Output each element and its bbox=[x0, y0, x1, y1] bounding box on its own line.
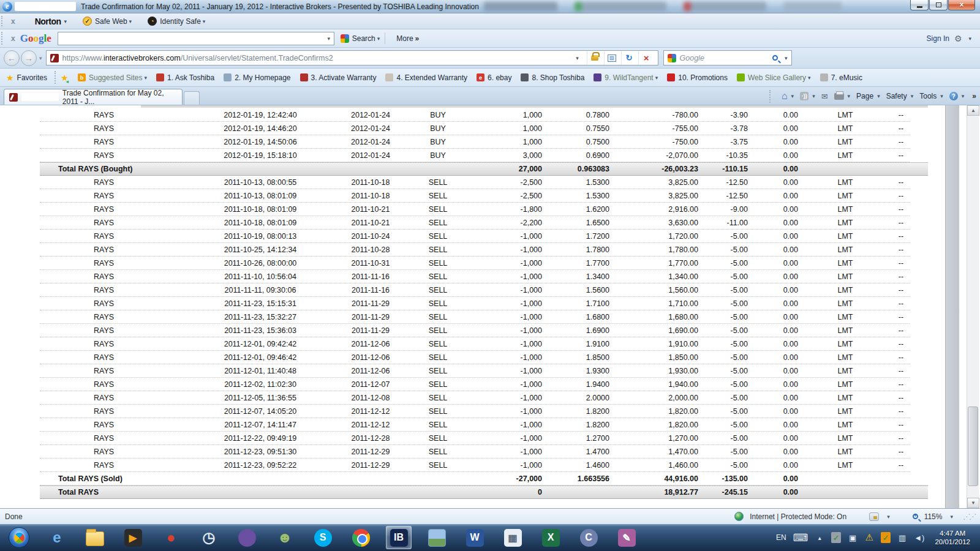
pushpin-button[interactable]: ● bbox=[158, 526, 184, 549]
favorite-activate-warranty[interactable]: 3. Activate Warranty bbox=[300, 73, 377, 82]
clock-app-button[interactable]: ◷ bbox=[196, 526, 222, 549]
favorites-button[interactable]: ★ Favorites bbox=[2, 73, 53, 83]
back-button[interactable]: ← bbox=[4, 50, 20, 66]
total-rays-row[interactable]: Total RAYS018,912.77-245.150.00 bbox=[40, 485, 928, 499]
table-row[interactable]: RAYS2011-10-18, 08:01:092011-10-21SELL-1… bbox=[40, 203, 910, 216]
read-mail-button[interactable]: ✉ bbox=[821, 92, 828, 101]
minimize-button[interactable] bbox=[910, 0, 929, 10]
table-row[interactable]: RAYS2011-10-13, 08:01:092011-10-18SELL-2… bbox=[40, 189, 910, 203]
resize-grip[interactable]: ⋰⋰ bbox=[963, 512, 975, 521]
chevron-down-icon[interactable]: ▾ bbox=[377, 36, 380, 42]
table-row[interactable]: RAYS2012-01-19, 12:42:402012-01-24BUY1,0… bbox=[40, 108, 910, 122]
scrollbar-thumb[interactable] bbox=[968, 407, 978, 486]
photo-viewer-button[interactable] bbox=[424, 526, 450, 549]
new-tab-button[interactable] bbox=[184, 91, 200, 105]
excel-button[interactable]: X bbox=[538, 526, 564, 549]
favorite-my-homepage[interactable]: 2. My Homepage bbox=[224, 73, 290, 82]
tab-trade-confirmation[interactable]: Trade Confirmation for May 02, 2011 - J.… bbox=[4, 89, 183, 105]
google-search-input[interactable] bbox=[58, 33, 324, 44]
usb-icon[interactable]: ✓ bbox=[831, 532, 841, 543]
security-check-icon[interactable]: ✓ bbox=[881, 532, 891, 543]
ssl-lock-icon[interactable] bbox=[587, 51, 603, 65]
browser-search-box[interactable]: Google ▾ bbox=[663, 50, 792, 66]
vertical-scrollbar[interactable]: ▲ ▼ bbox=[967, 105, 979, 508]
internet-explorer-button[interactable]: e bbox=[44, 526, 70, 549]
compatibility-view-button[interactable]: ▨ bbox=[604, 51, 620, 65]
help-menu[interactable]: ?▾ bbox=[949, 92, 965, 100]
toolbar-grip[interactable] bbox=[1, 32, 4, 44]
table-row[interactable]: RAYS2011-11-10, 10:56:042011-11-16SELL-1… bbox=[40, 270, 910, 283]
favorite-extended-warranty[interactable]: 4. Extended Warranty bbox=[385, 73, 467, 82]
toolbar-grip[interactable] bbox=[55, 71, 57, 83]
table-row[interactable]: RAYS2011-10-18, 08:01:092011-10-21SELL-2… bbox=[40, 216, 910, 230]
start-button[interactable] bbox=[6, 526, 32, 549]
favorite-ebay[interactable]: e6. ebay bbox=[477, 73, 511, 82]
page-menu[interactable]: Page▾ bbox=[856, 92, 880, 100]
favorite-suggested-sites[interactable]: bSuggested Sites▾ bbox=[78, 73, 147, 82]
table-row[interactable]: RAYS2011-12-01, 11:40:482011-12-06SELL-1… bbox=[40, 364, 910, 378]
recent-pages-dropdown-icon[interactable]: ▾ bbox=[39, 55, 42, 61]
clipboard-plug-icon[interactable]: ▣ bbox=[848, 532, 858, 543]
toolbar-grip[interactable] bbox=[769, 90, 772, 103]
table-row[interactable]: RAYS2011-12-23, 09:51:302011-12-29SELL-1… bbox=[40, 445, 910, 459]
scroll-down-button[interactable]: ▼ bbox=[967, 498, 979, 508]
zoom-icon[interactable] bbox=[913, 514, 918, 519]
restore-button[interactable] bbox=[929, 0, 948, 10]
table-row[interactable]: RAYS2011-12-22, 09:49:192011-12-28SELL-1… bbox=[40, 432, 910, 445]
security-zone-icon[interactable] bbox=[869, 512, 879, 521]
print-button[interactable]: ▾ bbox=[834, 93, 851, 100]
sign-in-link[interactable]: Sign In bbox=[927, 34, 949, 43]
app-c-button[interactable]: C bbox=[576, 526, 601, 549]
keyboard-icon[interactable]: ⌨ bbox=[793, 532, 809, 543]
table-row[interactable]: RAYS2012-01-19, 14:46:202012-01-24BUY1,0… bbox=[40, 122, 910, 135]
chevron-down-icon[interactable]: ▾ bbox=[968, 36, 971, 42]
ib-trader-workstation-button[interactable]: IB bbox=[386, 526, 412, 549]
feeds-button[interactable]: ·))▾ bbox=[800, 92, 815, 100]
scroll-up-button[interactable]: ▲ bbox=[967, 105, 979, 116]
table-row[interactable]: RAYS2011-12-05, 11:36:552011-12-08SELL-1… bbox=[40, 391, 910, 405]
table-row[interactable]: RAYS2011-11-11, 09:30:062011-11-16SELL-1… bbox=[40, 283, 910, 297]
volume-icon[interactable]: ◄) bbox=[914, 532, 924, 543]
favorite-shop-toshiba[interactable]: 8. Shop Toshiba bbox=[521, 73, 584, 82]
table-row[interactable]: RAYS2011-12-07, 14:11:472011-12-12SELL-1… bbox=[40, 418, 910, 432]
table-row[interactable]: RAYS2011-10-19, 08:00:132011-10-24SELL-1… bbox=[40, 230, 910, 243]
table-row[interactable]: RAYS2011-11-23, 15:15:312011-11-29SELL-1… bbox=[40, 297, 910, 310]
norton-menu[interactable]: Norton ▾ bbox=[35, 17, 67, 26]
favorite-web-slice-gallery[interactable]: Web Slice Gallery▾ bbox=[737, 73, 811, 82]
chevron-down-icon[interactable]: ▾ bbox=[887, 514, 890, 520]
zoom-dropdown-icon[interactable]: ▾ bbox=[950, 514, 953, 520]
refresh-button[interactable]: ↻ bbox=[621, 51, 637, 65]
zoom-level[interactable]: 115% bbox=[924, 512, 943, 521]
favorite-wildtangent[interactable]: 9. WildTangent▾ bbox=[594, 73, 658, 82]
table-row[interactable]: RAYS2011-10-25, 14:12:342011-10-28SELL-1… bbox=[40, 243, 910, 257]
favorite-ask-toshiba[interactable]: 1. Ask Toshiba bbox=[156, 73, 214, 82]
search-history-dropdown-icon[interactable]: ▾ bbox=[324, 36, 334, 42]
google-toolbar-close-button[interactable]: x bbox=[7, 34, 19, 43]
tools-menu[interactable]: Tools▾ bbox=[919, 92, 943, 100]
more-menu[interactable]: More bbox=[396, 34, 413, 43]
table-row[interactable]: RAYS2011-12-01, 09:46:422011-12-06SELL-1… bbox=[40, 351, 910, 364]
table-row[interactable]: RAYS2011-12-07, 14:05:202011-12-12SELL-1… bbox=[40, 405, 910, 418]
close-button[interactable]: × bbox=[948, 0, 975, 10]
table-row[interactable]: RAYS2011-10-26, 08:00:002011-10-31SELL-1… bbox=[40, 257, 910, 270]
network-icon[interactable]: ▥ bbox=[897, 532, 907, 543]
address-bar[interactable]: https://www.interactivebrokers.com/Unive… bbox=[46, 50, 658, 66]
wrench-icon[interactable]: ⚙ bbox=[954, 34, 962, 43]
table-row[interactable]: RAYS2012-01-19, 14:50:062012-01-24BUY1,0… bbox=[40, 135, 910, 149]
calculator-button[interactable]: ▦ bbox=[500, 526, 526, 549]
total-bought-row[interactable]: Total RAYS (Bought)27,0000.963083-26,003… bbox=[40, 162, 928, 176]
address-dropdown-icon[interactable]: ▾ bbox=[570, 51, 586, 65]
overflow-chevron-icon[interactable]: » bbox=[972, 92, 976, 100]
home-button[interactable]: ⌂▾ bbox=[782, 91, 794, 102]
favorite-emusic[interactable]: 7. eMusic bbox=[820, 73, 862, 82]
favorite-promotions[interactable]: 10. Promotions bbox=[667, 73, 728, 82]
table-row[interactable]: RAYS2011-12-02, 11:02:302011-12-07SELL-1… bbox=[40, 378, 910, 391]
toolbar-grip[interactable] bbox=[1, 16, 4, 27]
table-row[interactable]: RAYS2011-11-23, 15:36:032011-11-29SELL-1… bbox=[40, 324, 910, 337]
table-row[interactable]: RAYS2011-12-01, 09:42:422011-12-06SELL-1… bbox=[40, 337, 910, 351]
table-row[interactable]: RAYS2011-10-13, 08:00:552011-10-18SELL-2… bbox=[40, 176, 910, 189]
graphics-app-button[interactable]: ✎ bbox=[614, 526, 639, 549]
table-row[interactable]: RAYS2011-12-23, 09:52:222011-12-29SELL-1… bbox=[40, 459, 910, 472]
norton-close-button[interactable]: x bbox=[7, 17, 19, 26]
safe-web-button[interactable]: ✓ Safe Web ▾ bbox=[83, 17, 132, 26]
